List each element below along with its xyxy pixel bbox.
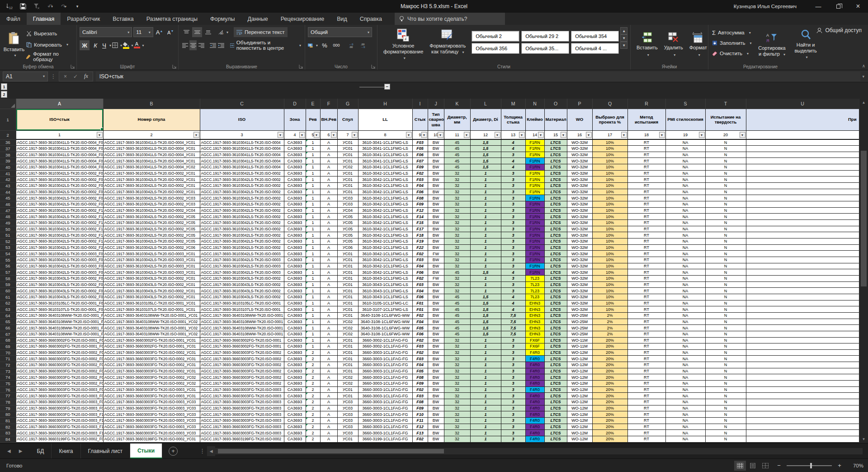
cell-g54[interactable]: УС01 <box>337 251 358 257</box>
cell-f37[interactable]: A <box>320 146 337 152</box>
customize-qat-icon[interactable]: ▾ <box>71 1 83 11</box>
cell-k45[interactable]: 32 <box>444 195 470 201</box>
cell-k47[interactable]: 32 <box>444 207 470 214</box>
cell-l63[interactable]: 1,5 <box>470 306 501 313</box>
cell-s46[interactable]: NA <box>665 201 705 208</box>
cell-s43[interactable]: NA <box>665 183 705 189</box>
cell-o43[interactable]: LTCS <box>544 183 567 189</box>
cell-o76[interactable]: LTCS <box>544 386 567 393</box>
cell-e52[interactable]: 1 <box>306 238 320 245</box>
cell-q40[interactable]: 10% <box>592 164 627 171</box>
cell-u77[interactable] <box>746 393 859 399</box>
cell-q42[interactable]: 10% <box>592 176 627 183</box>
cell-h40[interactable]: 3610-3041-1CL1FMG-LS <box>358 164 412 171</box>
filter-cell-e[interactable]: 5▼ <box>306 130 320 139</box>
cell-n64[interactable]: EHN3 <box>525 312 544 319</box>
cell-f61[interactable]: A <box>320 294 337 300</box>
cell-q38[interactable]: 10% <box>592 152 627 158</box>
cell-h48[interactable]: 3610-3042-1CL1FMG-LS <box>358 214 412 220</box>
cell-m36[interactable]: 4 <box>501 139 525 146</box>
cell-g51[interactable]: УС05 <box>337 232 358 238</box>
row-header-84[interactable]: 84 <box>0 436 16 443</box>
cell-b37[interactable]: AGCC.1917-3693-36103041LS-TK20.ISO-0004_… <box>103 146 200 152</box>
cell-c70[interactable]: AGCC.1917-3693-36603003FG-TK20.ISO-0002 <box>200 349 284 356</box>
cell-g44[interactable]: УС01 <box>337 189 358 195</box>
cell-f83[interactable]: A <box>320 430 337 436</box>
cell-g45[interactable]: УС03 <box>337 195 358 201</box>
cell-r36[interactable]: RT <box>627 139 665 146</box>
cell-s55[interactable]: NA <box>665 257 705 263</box>
cell-h39[interactable]: 3610-3041-1CL1FMG-LS <box>358 158 412 164</box>
cell-f57[interactable]: A <box>320 269 337 276</box>
cell-m83[interactable]: 3 <box>501 430 525 436</box>
cell-p39[interactable]: WO-32M <box>567 158 592 164</box>
font-name-combo[interactable]: Calibri▾ <box>80 27 132 37</box>
cell-e72[interactable]: 2 <box>306 362 320 368</box>
header-cell-d[interactable]: Зона <box>284 109 306 130</box>
shrink-font-button[interactable]: А▼ <box>165 27 175 37</box>
cell-f48[interactable]: A <box>320 214 337 220</box>
cell-o67[interactable]: LTCS <box>544 331 567 337</box>
cell-q36[interactable]: 10% <box>592 139 627 146</box>
cell-t84[interactable]: N <box>705 436 746 443</box>
cell-j68[interactable]: BW <box>428 337 444 343</box>
cell-i83[interactable]: F13 <box>412 430 428 436</box>
fill-color-dropdown-icon[interactable]: ▾ <box>132 43 133 48</box>
header-cell-m[interactable]: Толщина стыка <box>501 109 525 130</box>
cell-n83[interactable]: F4R0 <box>525 430 544 436</box>
cell-d55[interactable]: CA3693 <box>284 257 306 263</box>
cell-n75[interactable]: F4R0 <box>525 381 544 387</box>
filter-dropdown-icon[interactable]: ▼ <box>352 132 358 138</box>
horizontal-scroll-thumb[interactable] <box>218 449 444 453</box>
zoom-out-icon[interactable]: − <box>776 462 782 469</box>
cell-a46[interactable]: AGCC.1917-3693-36103042LS-TK20.ISO-0002_… <box>16 201 103 208</box>
cell-r66[interactable]: RT <box>627 325 665 331</box>
row-header-38[interactable]: 38 <box>0 152 16 158</box>
sheet-tab-kniga[interactable]: Книга <box>52 443 80 458</box>
row-header-61[interactable]: 61 <box>0 294 16 300</box>
cell-l81[interactable]: 1 <box>470 418 501 424</box>
cell-m42[interactable]: 3 <box>501 176 525 183</box>
cell-n50[interactable]: F1RN <box>525 226 544 232</box>
cell-u82[interactable] <box>746 424 859 430</box>
cell-c74[interactable]: AGCC.1917-3693-36603003FG-TK20.ISO-0002 <box>200 374 284 381</box>
row-header-70[interactable]: 70 <box>0 349 16 356</box>
cell-q63[interactable]: 10% <box>592 306 627 313</box>
cell-a68[interactable]: AGCC.1917-3693-36603002FG-TK20.ISO-0001_… <box>16 337 103 343</box>
cell-l54[interactable]: 1 <box>470 251 501 257</box>
close-button[interactable]: × <box>848 0 868 13</box>
cell-j81[interactable]: BW <box>428 418 444 424</box>
cell-g50[interactable]: УС05 <box>337 226 358 232</box>
cell-i68[interactable]: F02 <box>412 337 428 343</box>
cell-q47[interactable]: 10% <box>592 207 627 214</box>
cell-b42[interactable]: AGCC.1917-3693-36103042LS-TK20.ISO-0002_… <box>103 176 200 183</box>
cell-c44[interactable]: AGCC.1917-3693-36103042LS-TK20.ISO-0002 <box>200 189 284 195</box>
cell-r84[interactable]: RT <box>627 436 665 443</box>
cell-a38[interactable]: AGCC.1917-3693-36103041LS-TK20.ISO-0004_… <box>16 152 103 158</box>
cell-p46[interactable]: WO-32M <box>567 201 592 208</box>
cell-n37[interactable]: F1RN <box>525 146 544 152</box>
cell-d47[interactable]: CA3693 <box>284 207 306 214</box>
cell-r71[interactable]: RT <box>627 356 665 362</box>
cell-u69[interactable] <box>746 343 859 350</box>
cell-u37[interactable] <box>746 146 859 152</box>
cell-p54[interactable]: WO-32M <box>567 251 592 257</box>
cell-j48[interactable]: BW <box>428 214 444 220</box>
cell-n45[interactable]: F1RN <box>525 195 544 201</box>
cell-p59[interactable]: WO-32M <box>567 281 592 288</box>
cell-m55[interactable]: 3 <box>501 257 525 263</box>
cell-e75[interactable]: 2 <box>306 381 320 387</box>
cell-u71[interactable] <box>746 356 859 362</box>
format-cells-button[interactable]: Формат▾ <box>686 27 710 62</box>
cell-a82[interactable]: AGCC.1917-3693-36603003FG-TK20.ISO-0003_… <box>16 424 103 430</box>
cell-i52[interactable]: F19 <box>412 238 428 245</box>
cell-j73[interactable]: BW <box>428 368 444 374</box>
cell-k62[interactable]: 45 <box>444 300 470 306</box>
cell-l64[interactable]: 1,5 <box>470 312 501 319</box>
cell-n47[interactable]: F1RN <box>525 207 544 214</box>
cell-e71[interactable]: 2 <box>306 356 320 362</box>
column-header-E[interactable]: E <box>306 99 320 109</box>
cell-j71[interactable]: BW <box>428 356 444 362</box>
cell-p83[interactable]: WO-12M <box>567 430 592 436</box>
cell-s83[interactable]: NA <box>665 430 705 436</box>
